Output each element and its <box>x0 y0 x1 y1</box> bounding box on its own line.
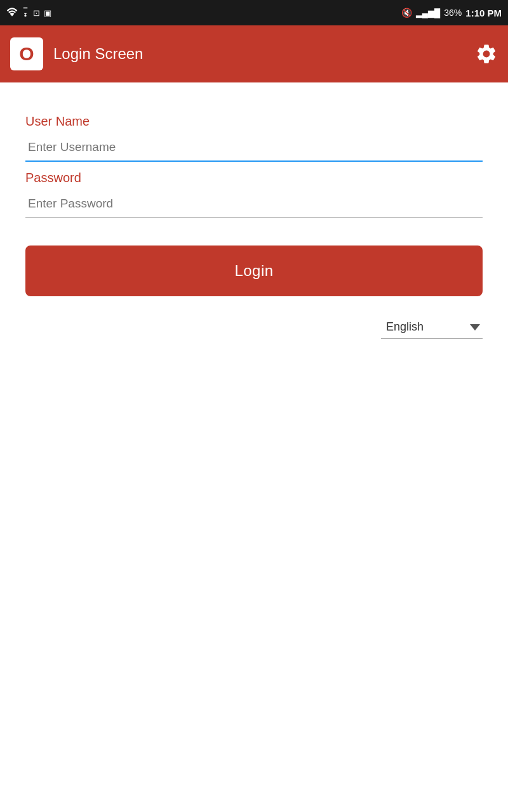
status-right-icons: 🔇 ▂▄▆█ 36% 1:10 PM <box>401 8 502 18</box>
username-input[interactable] <box>25 134 483 162</box>
time-display: 1:10 PM <box>465 8 502 18</box>
battery-percent: 36% <box>444 8 462 18</box>
status-left-icons: ⊡ ▣ <box>6 6 51 20</box>
login-button[interactable]: Login <box>25 246 483 296</box>
gear-icon <box>475 43 498 65</box>
usb-icon <box>22 6 29 20</box>
main-content: User Name Password Login English Spanish… <box>0 82 508 364</box>
wifi-icon <box>6 8 18 18</box>
app-bar: O Login Screen <box>0 25 508 82</box>
signal-icon: ▂▄▆█ <box>416 8 440 18</box>
password-label: Password <box>25 171 483 185</box>
app-logo: O <box>10 37 43 70</box>
camera-icon: ▣ <box>44 8 51 18</box>
password-input[interactable] <box>25 190 483 218</box>
app-title: Login Screen <box>53 45 465 63</box>
username-field-group: User Name <box>25 114 483 164</box>
svg-point-0 <box>24 15 26 16</box>
app-logo-letter: O <box>19 44 34 63</box>
status-bar: ⊡ ▣ 🔇 ▂▄▆█ 36% 1:10 PM <box>0 0 508 25</box>
nfc-icon: ⊡ <box>33 8 40 18</box>
language-select[interactable]: English Spanish French German Chinese <box>381 315 483 339</box>
language-selector-wrapper[interactable]: English Spanish French German Chinese <box>381 315 483 339</box>
username-label: User Name <box>25 114 483 129</box>
password-field-group: Password <box>25 171 483 220</box>
mute-icon: 🔇 <box>401 8 412 18</box>
settings-button[interactable] <box>475 43 498 65</box>
language-row: English Spanish French German Chinese <box>25 315 483 339</box>
